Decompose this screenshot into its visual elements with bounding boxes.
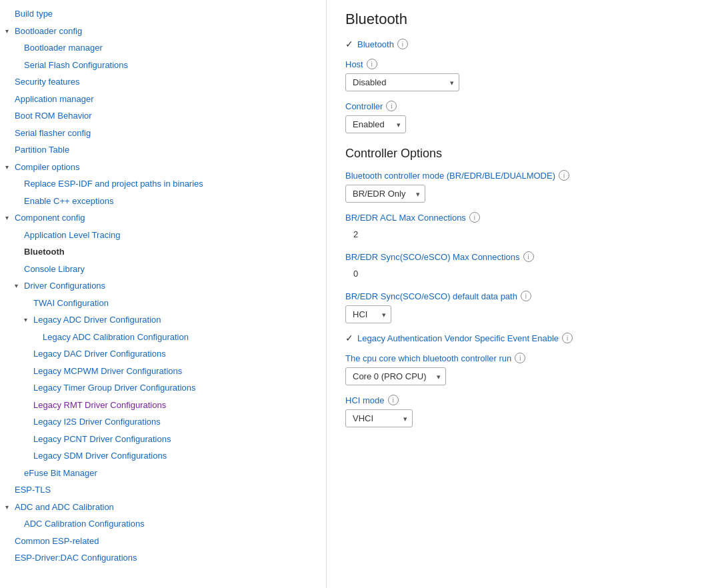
bredr-acl-info-icon[interactable]: i <box>469 212 480 223</box>
bluetooth-checkbox-label[interactable]: Bluetooth i <box>357 39 408 49</box>
sidebar-item-compiler-options[interactable]: ▾Compiler options <box>0 159 326 176</box>
sidebar-item-label-adc-calibration: ADC and ADC Calibration <box>15 501 114 514</box>
sidebar-item-efuse-bit-manager[interactable]: eFuse Bit Manager <box>0 465 326 482</box>
sidebar-item-application-manager[interactable]: Application manager <box>0 91 326 108</box>
sidebar-item-twai-configuration[interactable]: TWAI Configuration <box>0 295 326 312</box>
host-select-wrapper: DisabledBluedroid - Dual-modeNimBLE - BL… <box>345 73 459 91</box>
bt-controller-mode-select[interactable]: BR/EDR OnlyBLE OnlyDUALMODE <box>345 185 425 203</box>
sidebar-item-console-library[interactable]: Console Library <box>0 261 326 278</box>
controller-select-wrapper: EnabledDisabled ▾ <box>345 115 406 133</box>
bt-controller-mode-select-wrapper: BR/EDR OnlyBLE OnlyDUALMODE ▾ <box>345 185 425 203</box>
sidebar-item-bluetooth[interactable]: Bluetooth <box>0 243 326 261</box>
sidebar-item-partition-table[interactable]: Partition Table <box>0 141 326 159</box>
sidebar-item-legacy-i2s[interactable]: Legacy I2S Driver Configurations <box>0 413 326 431</box>
sidebar-item-label-legacy-i2s: Legacy I2S Driver Configurations <box>33 415 161 429</box>
bt-controller-mode-info-icon[interactable]: i <box>559 170 569 181</box>
bt-controller-mode-label: Bluetooth controller mode (BR/EDR/BLE/DU… <box>345 170 701 181</box>
sidebar-item-serial-flasher-config[interactable]: Serial flasher config <box>0 125 326 142</box>
bredr-sync-datapath-select-wrapper: HCIPCM ▾ <box>345 305 391 323</box>
sidebar-item-esp-tls[interactable]: ESP-TLS <box>0 481 326 499</box>
host-field: Host i DisabledBluedroid - Dual-modeNimB… <box>345 59 701 91</box>
bredr-acl-value: 2 <box>345 227 701 242</box>
sidebar-item-label-enable-cpp: Enable C++ exceptions <box>24 195 113 208</box>
sidebar-item-build-type[interactable]: Build type <box>0 5 326 23</box>
sidebar-item-replace-esp-idf[interactable]: Replace ESP-IDF and project paths in bin… <box>0 175 326 193</box>
sidebar-item-component-config[interactable]: ▾Component config <box>0 209 326 227</box>
sidebar-item-security-features[interactable]: Security features <box>0 73 326 91</box>
hci-mode-label: HCI mode i <box>345 395 701 405</box>
bredr-sync-label-text: BR/EDR Sync(SCO/eSCO) Max Connections <box>345 252 520 262</box>
sidebar-item-label-application-manager: Application manager <box>15 93 94 106</box>
controller-info-icon[interactable]: i <box>386 101 397 111</box>
bredr-acl-label-text: BR/EDR ACL Max Connections <box>345 213 466 223</box>
bredr-sync-datapath-label-text: BR/EDR Sync(SCO/eSCO) default data path <box>345 291 517 301</box>
controller-select[interactable]: EnabledDisabled <box>345 115 406 133</box>
legacy-auth-info-icon[interactable]: i <box>562 333 573 343</box>
chevron-bootloader-config-icon: ▾ <box>5 26 15 36</box>
controller-label: Controller i <box>345 101 701 111</box>
sidebar-item-label-replace-esp-idf: Replace ESP-IDF and project paths in bin… <box>24 177 203 191</box>
sidebar-item-enable-cpp[interactable]: Enable C++ exceptions <box>0 193 326 210</box>
hci-mode-label-text: HCI mode <box>345 395 385 405</box>
hci-mode-info-icon[interactable]: i <box>388 395 399 405</box>
sidebar-item-label-bootloader-manager: Bootloader manager <box>24 41 103 55</box>
bt-controller-mode-field: Bluetooth controller mode (BR/EDR/BLE/DU… <box>345 170 701 203</box>
sidebar-item-bootloader-manager[interactable]: Bootloader manager <box>0 39 326 57</box>
legacy-auth-checkbox-label[interactable]: Legacy Authentication Vendor Specific Ev… <box>357 333 573 343</box>
hci-mode-field: HCI mode i VHCIUART(H4) ▾ <box>345 395 701 427</box>
sidebar-item-bootloader-config[interactable]: ▾Bootloader config <box>0 23 326 40</box>
cpu-core-select-wrapper: Core 0 (PRO CPU)Core 1 (APP CPU) ▾ <box>345 367 446 385</box>
sidebar-item-label-partition-table: Partition Table <box>15 143 69 157</box>
sidebar-item-adc-calibration[interactable]: ▾ADC and ADC Calibration <box>0 499 326 516</box>
sidebar-item-label-compiler-options: Compiler options <box>15 161 80 174</box>
legacy-auth-row: ✓ Legacy Authentication Vendor Specific … <box>345 333 701 343</box>
sidebar-item-label-legacy-rmt: Legacy RMT Driver Configurations <box>33 399 166 412</box>
sidebar-item-driver-configurations[interactable]: ▾Driver Configurations <box>0 277 326 295</box>
cpu-core-select[interactable]: Core 0 (PRO CPU)Core 1 (APP CPU) <box>345 367 446 385</box>
bredr-acl-field: BR/EDR ACL Max Connections i 2 <box>345 212 701 242</box>
cpu-core-label: The cpu core which bluetooth controller … <box>345 353 701 363</box>
sidebar-item-application-level-tracing[interactable]: Application Level Tracing <box>0 227 326 244</box>
sidebar-item-label-console-library: Console Library <box>24 263 85 276</box>
sidebar-item-label-legacy-timer: Legacy Timer Group Driver Configurations <box>33 381 196 395</box>
sidebar-item-legacy-adc-calibration[interactable]: Legacy ADC Calibration Configuration <box>0 329 326 346</box>
sidebar-item-legacy-dac-driver[interactable]: Legacy DAC Driver Configurations <box>0 345 326 363</box>
bluetooth-info-icon[interactable]: i <box>397 39 408 49</box>
host-label-text: Host <box>345 59 363 69</box>
sidebar-item-common-esp-related[interactable]: Common ESP-related <box>0 533 326 550</box>
hci-mode-select[interactable]: VHCIUART(H4) <box>345 409 413 427</box>
sidebar-item-boot-rom-behavior[interactable]: Boot ROM Behavior <box>0 107 326 125</box>
sidebar-item-label-legacy-sdm: Legacy SDM Driver Configurations <box>33 449 167 463</box>
cpu-core-info-icon[interactable]: i <box>515 353 525 363</box>
sidebar-item-label-common-esp-related: Common ESP-related <box>15 535 99 548</box>
sidebar-item-serial-flash-configurations[interactable]: Serial Flash Configurations <box>0 57 326 74</box>
sidebar-item-label-legacy-mcpwm: Legacy MCPWM Driver Configurations <box>33 365 182 378</box>
sidebar-item-label-legacy-adc-driver: Legacy ADC Driver Configuration <box>33 313 161 327</box>
sidebar-item-legacy-mcpwm[interactable]: Legacy MCPWM Driver Configurations <box>0 363 326 380</box>
sidebar-item-legacy-timer[interactable]: Legacy Timer Group Driver Configurations <box>0 379 326 397</box>
sidebar-item-legacy-sdm[interactable]: Legacy SDM Driver Configurations <box>0 447 326 465</box>
bredr-sync-info-icon[interactable]: i <box>523 251 534 262</box>
sidebar-item-label-adc-calibration-config: ADC Calibration Configurations <box>24 517 145 531</box>
sidebar-item-esp-driver-dac[interactable]: ESP-Driver:DAC Configurations <box>0 549 326 567</box>
page-title: Bluetooth <box>345 11 701 28</box>
host-select[interactable]: DisabledBluedroid - Dual-modeNimBLE - BL… <box>345 73 459 91</box>
sidebar-item-label-legacy-dac-driver: Legacy DAC Driver Configurations <box>33 347 166 361</box>
sidebar-item-label-component-config: Component config <box>15 211 85 225</box>
bredr-sync-value: 0 <box>345 266 701 281</box>
sidebar-item-legacy-adc-driver[interactable]: ▾Legacy ADC Driver Configuration <box>0 311 326 329</box>
bluetooth-checkbox-row: ✓ Bluetooth i <box>345 39 701 49</box>
controller-options-title: Controller Options <box>345 147 701 161</box>
chevron-adc-calibration-icon: ▾ <box>5 502 15 512</box>
sidebar-item-label-legacy-pcnt: Legacy PCNT Driver Configurations <box>33 433 171 446</box>
sidebar-item-legacy-pcnt[interactable]: Legacy PCNT Driver Configurations <box>0 431 326 448</box>
sidebar-item-adc-calibration-config[interactable]: ADC Calibration Configurations <box>0 515 326 533</box>
bredr-sync-label: BR/EDR Sync(SCO/eSCO) Max Connections i <box>345 251 701 262</box>
legacy-auth-label-text: Legacy Authentication Vendor Specific Ev… <box>357 333 559 343</box>
sidebar-item-label-boot-rom-behavior: Boot ROM Behavior <box>15 109 92 123</box>
chevron-compiler-options-icon: ▾ <box>5 162 15 172</box>
bredr-sync-datapath-select[interactable]: HCIPCM <box>345 305 391 323</box>
host-info-icon[interactable]: i <box>367 59 377 69</box>
sidebar-item-legacy-rmt[interactable]: Legacy RMT Driver Configurations <box>0 397 326 414</box>
bredr-sync-datapath-info-icon[interactable]: i <box>521 291 531 301</box>
